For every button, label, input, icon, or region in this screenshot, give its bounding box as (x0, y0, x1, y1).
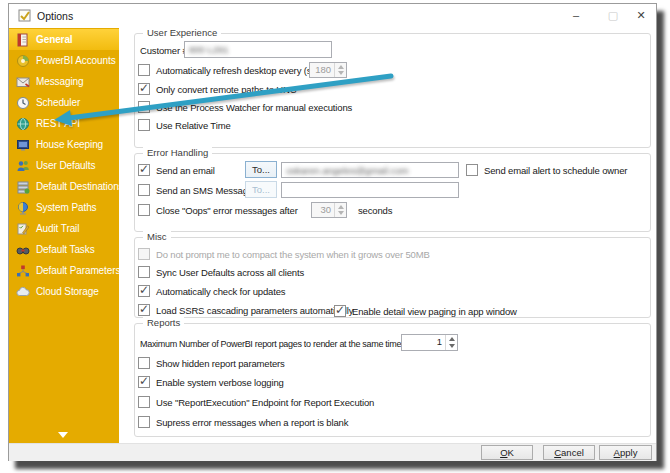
email-alert-owner-label: Send email alert to schedule owner (484, 165, 627, 177)
report-execution-label: Use "ReportExecution" Endpoint for Repor… (156, 397, 374, 409)
messaging-icon (16, 75, 30, 89)
ok-button[interactable]: OK (481, 445, 533, 460)
suppress-blank-label: Supress error messages when a report is … (156, 417, 348, 429)
compact-system-label: Do not prompt me to compact the system w… (156, 249, 430, 261)
send-sms-label: Send an SMS Message (156, 185, 253, 197)
sidebar-item-system-paths[interactable]: System Paths (9, 197, 119, 218)
relative-time-label: Use Relative Time (156, 120, 231, 132)
customer-number-field[interactable]: 800 L291 (184, 41, 332, 58)
sidebar-item-label: Scheduler (36, 97, 80, 108)
verbose-logging-label: Enable system verbose logging (156, 377, 284, 389)
sidebar-item-label: User Defaults (36, 160, 95, 171)
group-title: Error Handling (143, 147, 212, 158)
email-alert-owner-checkbox[interactable] (466, 164, 478, 176)
sidebar-item-user-defaults[interactable]: User Defaults (9, 155, 119, 176)
email-to-button[interactable]: To... (245, 161, 277, 178)
sidebar-item-label: Default Destinations (36, 181, 124, 192)
sidebar-scroll-down-icon[interactable] (58, 432, 68, 438)
maximize-button: ▢ (602, 6, 624, 25)
sidebar-item-label: Cloud Storage (36, 286, 99, 297)
group-title: Reports (143, 317, 184, 328)
footer-bar: OK Cancel Apply (9, 443, 656, 461)
scheduler-icon (16, 96, 30, 110)
auto-update-label: Automatically check for updates (156, 286, 285, 298)
ssrs-cascade-checkbox[interactable] (138, 304, 150, 316)
cloud-storage-icon (16, 285, 30, 299)
group-title: User Experience (143, 27, 221, 38)
auto-update-checkbox[interactable] (138, 285, 150, 297)
compact-system-checkbox (138, 248, 150, 260)
close-oops-checkbox[interactable] (138, 204, 150, 216)
sidebar-item-rest-api[interactable]: REST API (9, 113, 119, 134)
auto-refresh-spinner: 180 (309, 62, 347, 78)
send-sms-checkbox[interactable] (138, 184, 150, 196)
email-recipients-field[interactable]: oskaren.angeles@gmail.com (281, 162, 459, 178)
send-email-label: Send an email (156, 165, 215, 177)
customer-number-label: Customer # (140, 45, 188, 57)
sidebar-item-powerbi-accounts[interactable]: PowerBI Accounts (9, 50, 119, 71)
sidebar-item-label: House Keeping (36, 139, 103, 150)
sidebar-item-audit-trail[interactable]: Audit Trail (9, 218, 119, 239)
sync-defaults-checkbox[interactable] (138, 266, 150, 278)
apply-button[interactable]: Apply (599, 445, 652, 460)
sidebar-nav: General PowerBI Accounts Messaging Sched… (9, 28, 119, 443)
sidebar-item-label: PowerBI Accounts (36, 55, 116, 66)
max-pages-spinner[interactable]: 1 (401, 334, 458, 351)
spinner-down-icon[interactable] (446, 343, 457, 351)
audit-trail-icon (16, 222, 30, 236)
detail-paging-checkbox[interactable] (334, 305, 346, 317)
max-pages-label: Maximum Number of PowerBI report pages t… (140, 338, 401, 350)
default-tasks-icon (16, 243, 30, 257)
sync-defaults-label: Sync User Defaults across all clients (156, 267, 304, 279)
group-title: Misc (143, 231, 171, 242)
hidden-params-label: Show hidden report parameters (156, 358, 285, 370)
spinner-up-icon (335, 203, 346, 210)
user-defaults-icon (16, 159, 30, 173)
sidebar-item-label: REST API (36, 118, 80, 129)
verbose-logging-checkbox[interactable] (138, 376, 150, 388)
system-paths-icon (16, 201, 30, 215)
general-icon (16, 33, 30, 47)
seconds-label: seconds (358, 205, 392, 217)
close-oops-label: Close "Oops" error messages after (156, 205, 298, 217)
window-title: Options (37, 10, 73, 22)
sidebar-item-messaging[interactable]: Messaging (9, 71, 119, 92)
sms-recipients-field[interactable] (281, 182, 459, 198)
sidebar-item-label: General (36, 34, 73, 45)
sidebar-item-general[interactable]: General (9, 29, 119, 50)
default-parameters-icon (16, 264, 30, 278)
oops-seconds-spinner: 30 (311, 202, 347, 218)
report-execution-checkbox[interactable] (138, 396, 150, 408)
sidebar-item-label: System Paths (36, 202, 97, 213)
sidebar-item-default-parameters[interactable]: Default Parameters (9, 260, 119, 281)
auto-refresh-checkbox[interactable] (138, 64, 150, 76)
sidebar-item-default-tasks[interactable]: Default Tasks (9, 239, 119, 260)
sidebar-item-cloud-storage[interactable]: Cloud Storage (9, 281, 119, 302)
hidden-params-checkbox[interactable] (138, 357, 150, 369)
sidebar-item-label: Audit Trail (36, 223, 79, 234)
spinner-down-icon (335, 210, 346, 217)
process-watcher-label: Use the Process Watcher for manual execu… (156, 102, 352, 114)
relative-time-checkbox[interactable] (138, 119, 150, 131)
sidebar-item-label: Default Parameters (36, 265, 120, 276)
sidebar-item-label: Default Tasks (36, 244, 95, 255)
spinner-up-icon (335, 63, 346, 70)
process-watcher-checkbox[interactable] (138, 101, 150, 113)
sidebar-item-house-keeping[interactable]: House Keeping (9, 134, 119, 155)
sidebar-item-scheduler[interactable]: Scheduler (9, 92, 119, 113)
spinner-up-icon[interactable] (446, 335, 457, 343)
send-email-checkbox[interactable] (138, 164, 150, 176)
options-dialog: Options – ▢ ✕ General PowerBI Accounts M… (8, 3, 657, 461)
close-button[interactable]: ✕ (630, 6, 652, 25)
auto-refresh-label: Automatically refresh desktop every (sec… (156, 65, 329, 77)
sidebar-item-default-destinations[interactable]: Default Destinations (9, 176, 119, 197)
cancel-button[interactable]: Cancel (543, 445, 595, 460)
minimize-button[interactable]: – (565, 6, 587, 25)
powerbi-accounts-icon (16, 54, 30, 68)
convert-unc-checkbox[interactable] (138, 83, 150, 95)
convert-unc-label: Only convert remote paths to UNC (156, 84, 296, 96)
detail-paging-label: Enable detail view paging in app window (352, 306, 517, 318)
ssrs-cascade-label: Load SSRS cascading parameters automatic… (156, 305, 353, 317)
screen: Options – ▢ ✕ General PowerBI Accounts M… (0, 0, 670, 473)
suppress-blank-checkbox[interactable] (138, 416, 150, 428)
